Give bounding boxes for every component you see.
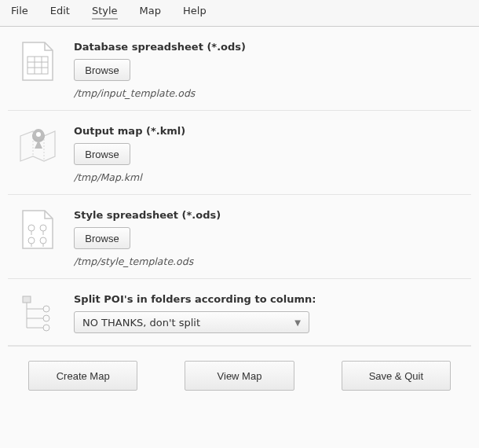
browse-style-button[interactable]: Browse: [74, 227, 130, 249]
map-pin-icon: [17, 125, 58, 166]
menubar: File Edit Style Map Help: [0, 0, 479, 27]
svg-point-20: [43, 325, 49, 331]
row-split: Split POI's in folders according to colu…: [8, 279, 471, 346]
svg-point-16: [43, 306, 49, 312]
svg-rect-13: [23, 296, 31, 303]
split-column-select[interactable]: NO THANKS, don't split ▼: [74, 311, 309, 333]
save-quit-button[interactable]: Save & Quit: [342, 361, 451, 391]
style-title: Style spreadsheet (*.ods): [74, 209, 463, 221]
spreadsheet-doc-icon: [17, 41, 58, 82]
svg-point-18: [43, 315, 49, 321]
browse-output-button[interactable]: Browse: [74, 143, 130, 165]
output-path: /tmp/Map.kml: [74, 171, 463, 183]
split-column-value: NO THANKS, don't split: [82, 317, 200, 329]
split-title: Split POI's in folders according to colu…: [74, 293, 463, 305]
create-map-button[interactable]: Create Map: [28, 361, 137, 391]
database-path: /tmp/input_template.ods: [74, 87, 463, 99]
database-title: Database spreadsheet (*.ods): [74, 41, 463, 53]
chevron-down-icon: ▼: [294, 318, 301, 327]
content: Database spreadsheet (*.ods) Browse /tmp…: [0, 27, 479, 391]
browse-database-button[interactable]: Browse: [74, 59, 130, 81]
style-doc-icon: [17, 209, 58, 250]
menu-file[interactable]: File: [11, 5, 28, 20]
output-title: Output map (*.kml): [74, 125, 463, 137]
row-database: Database spreadsheet (*.ods) Browse /tmp…: [8, 27, 471, 111]
view-map-button[interactable]: View Map: [185, 361, 294, 391]
menu-help[interactable]: Help: [183, 5, 207, 20]
svg-point-8: [36, 132, 41, 137]
row-output-map: Output map (*.kml) Browse /tmp/Map.kml: [8, 111, 471, 195]
menu-style[interactable]: Style: [92, 5, 118, 20]
row-style: Style spreadsheet (*.ods) Browse /tmp/st…: [8, 195, 471, 279]
style-path: /tmp/style_template.ods: [74, 255, 463, 267]
menu-map[interactable]: Map: [140, 5, 161, 20]
tree-split-icon: [17, 293, 58, 334]
footer: Create Map View Map Save & Quit: [8, 346, 471, 391]
menu-edit[interactable]: Edit: [50, 5, 70, 20]
